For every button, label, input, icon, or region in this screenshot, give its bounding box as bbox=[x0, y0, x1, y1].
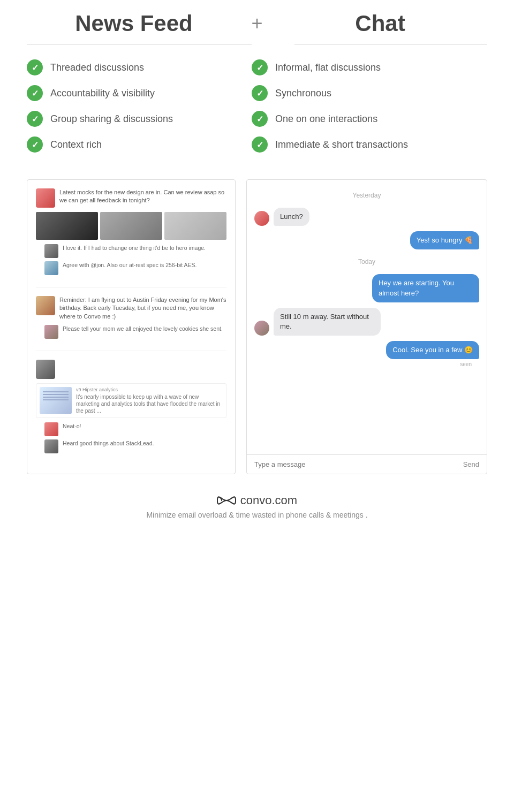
nf-reply-text-1-1: I love it. If I had to change one thing … bbox=[63, 244, 206, 252]
chat-body: Yesterday Lunch? Yes! so hungry 🍕 Today … bbox=[247, 180, 487, 454]
nf-post-3: v9 Hipster analytics It's nearly impossi… bbox=[36, 360, 226, 465]
chat-seen-label: seen bbox=[254, 361, 479, 367]
nf-avatar-3 bbox=[36, 360, 55, 379]
chat-feature-text-1: Informal, flat discussions bbox=[275, 62, 381, 73]
chat-feature-4: Immediate & short transactions bbox=[252, 136, 487, 153]
newsfeed-feature-2: Accountability & visibility bbox=[27, 85, 252, 101]
nf-reply-text-3-2: Heard good things about StackLead. bbox=[63, 439, 154, 447]
header-row: News Feed + Chat bbox=[27, 11, 487, 36]
nf-image-1 bbox=[36, 212, 98, 240]
check-icon-2 bbox=[27, 85, 43, 101]
divider-row bbox=[27, 42, 487, 44]
newsfeed-feature-3: Group sharing & discussions bbox=[27, 111, 252, 127]
check-icon-8 bbox=[252, 136, 268, 153]
newsfeed-panel: Latest mocks for the new design are in. … bbox=[27, 179, 236, 474]
chat-msg-3: Hey we are starting. You almost here? bbox=[254, 274, 479, 302]
footer-logo: convo.com bbox=[27, 494, 487, 507]
check-icon-4 bbox=[27, 136, 43, 153]
nf-article-body: v9 Hipster analytics It's nearly impossi… bbox=[76, 387, 223, 414]
nf-reply-avatar-1 bbox=[44, 244, 58, 258]
nf-reply-3-2: Heard good things about StackLead. bbox=[44, 439, 226, 453]
plus-separator: + bbox=[236, 12, 278, 35]
chat-feature-2: Synchronous bbox=[252, 85, 487, 101]
footer: convo.com Minimize email overload & time… bbox=[27, 494, 487, 519]
chat-bubble-3: Hey we are starting. You almost here? bbox=[372, 274, 479, 302]
newsfeed-feature-text-1: Threaded discussions bbox=[50, 62, 144, 73]
nf-reply-1-1: I love it. If I had to change one thing … bbox=[44, 244, 226, 258]
nf-article-link: v9 Hipster analytics It's nearly impossi… bbox=[36, 383, 226, 418]
chat-feature-text-2: Synchronous bbox=[275, 88, 331, 99]
chat-feature-text-3: One on one interactions bbox=[275, 113, 377, 125]
nf-reply-avatar-3 bbox=[44, 325, 58, 339]
chat-msg-4: Still 10 m away. Start without me. bbox=[254, 308, 479, 336]
chat-msg-1: Lunch? bbox=[254, 208, 479, 226]
chat-msg-2: Yes! so hungry 🍕 bbox=[254, 231, 479, 249]
nf-reply-1-2: Agree with @jon. Also our at-rest spec i… bbox=[44, 261, 226, 275]
chat-feature-3: One on one interactions bbox=[252, 111, 487, 127]
nf-avatar-1 bbox=[36, 188, 55, 208]
nf-avatar-2 bbox=[36, 296, 55, 315]
nf-reply-text-1-2: Agree with @jon. Also our at-rest spec i… bbox=[63, 261, 197, 269]
nf-article-thumb bbox=[40, 387, 72, 414]
nf-reply-avatar-2 bbox=[44, 261, 58, 275]
nf-post-2: Reminder: I am flying out to Austin Frid… bbox=[36, 296, 226, 351]
nf-images-1 bbox=[36, 212, 226, 240]
chat-msg-5: Cool. See you in a few 😊 bbox=[254, 341, 479, 359]
newsfeed-feature-text-2: Accountability & visibility bbox=[50, 88, 155, 99]
chat-features: Informal, flat discussions Synchronous O… bbox=[252, 59, 487, 162]
newsfeed-feature-4: Context rich bbox=[27, 136, 252, 153]
chat-bubble-4: Still 10 m away. Start without me. bbox=[274, 308, 381, 336]
nf-reply-text-3-1: Neat-o! bbox=[63, 422, 81, 430]
check-icon-1 bbox=[27, 59, 43, 75]
nf-reply-avatar-5 bbox=[44, 439, 58, 453]
chat-feature-text-4: Immediate & short transactions bbox=[275, 139, 408, 150]
newsfeed-title: News Feed bbox=[32, 11, 236, 36]
newsfeed-feature-text-4: Context rich bbox=[50, 139, 102, 150]
divider-left bbox=[27, 44, 252, 44]
chat-avatar-1 bbox=[254, 211, 269, 226]
check-icon-5 bbox=[252, 59, 268, 75]
nf-reply-avatar-4 bbox=[44, 422, 58, 436]
chat-date-yesterday: Yesterday bbox=[254, 192, 479, 199]
nf-article-tag: v9 Hipster analytics bbox=[76, 387, 223, 392]
divider-right bbox=[294, 44, 487, 44]
nf-reply-text-2-1: Please tell your mom we all enjoyed the … bbox=[63, 325, 223, 333]
divider-spacer bbox=[252, 42, 294, 44]
newsfeed-features: Threaded discussions Accountability & vi… bbox=[27, 59, 252, 162]
check-icon-6 bbox=[252, 85, 268, 101]
newsfeed-feature-1: Threaded discussions bbox=[27, 59, 252, 75]
check-icon-3 bbox=[27, 111, 43, 127]
panels-row: Latest mocks for the new design are in. … bbox=[27, 179, 487, 474]
nf-article-desc: It's nearly impossible to keep up with a… bbox=[76, 393, 223, 414]
chat-avatar-2 bbox=[254, 321, 269, 336]
nf-post-text-1: Latest mocks for the new design are in. … bbox=[59, 188, 226, 205]
footer-tagline: Minimize email overload & time wasted in… bbox=[27, 511, 487, 519]
chat-bubble-2: Yes! so hungry 🍕 bbox=[410, 231, 479, 249]
features-row: Threaded discussions Accountability & vi… bbox=[27, 59, 487, 162]
nf-image-2 bbox=[100, 212, 162, 240]
chat-date-today: Today bbox=[254, 258, 479, 265]
nf-reply-2-1: Please tell your mom we all enjoyed the … bbox=[44, 325, 226, 339]
infinity-icon bbox=[217, 495, 236, 506]
chat-feature-1: Informal, flat discussions bbox=[252, 59, 487, 75]
check-icon-7 bbox=[252, 111, 268, 127]
nf-post-1: Latest mocks for the new design are in. … bbox=[36, 188, 226, 287]
chat-send-button[interactable]: Send bbox=[463, 460, 479, 468]
nf-post-text-2: Reminder: I am flying out to Austin Frid… bbox=[59, 296, 226, 321]
chat-panel: Yesterday Lunch? Yes! so hungry 🍕 Today … bbox=[246, 179, 487, 474]
chat-title: Chat bbox=[278, 11, 482, 36]
newsfeed-feature-text-3: Group sharing & discussions bbox=[50, 113, 173, 125]
nf-reply-3-1: Neat-o! bbox=[44, 422, 226, 436]
chat-bubble-5: Cool. See you in a few 😊 bbox=[386, 341, 479, 359]
nf-image-3 bbox=[164, 212, 226, 240]
chat-bubble-1: Lunch? bbox=[274, 208, 309, 226]
chat-input-row[interactable]: Send bbox=[247, 454, 487, 474]
chat-message-input[interactable] bbox=[254, 460, 463, 468]
footer-logo-text: convo.com bbox=[240, 494, 297, 507]
